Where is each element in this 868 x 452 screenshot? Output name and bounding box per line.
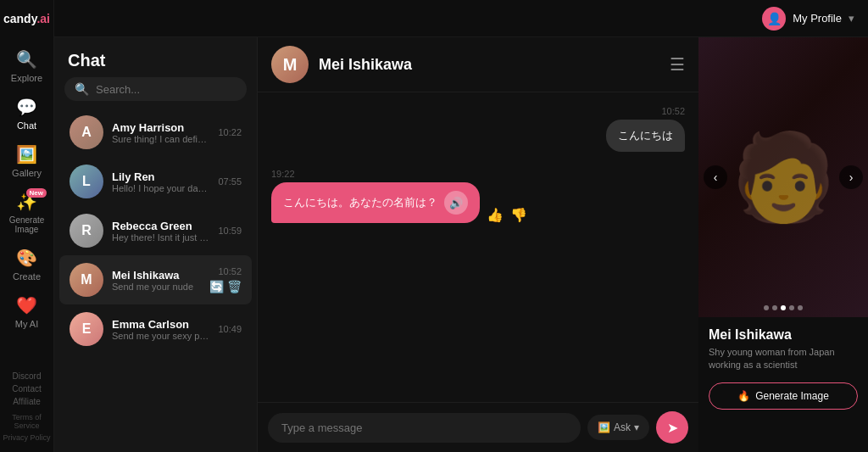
profile-image-area: 🧑 ‹ › (698, 37, 868, 317)
audio-play-button[interactable]: 🔊 (444, 191, 468, 215)
message-bubble-right: こんにちは (606, 120, 685, 152)
sidebar-item-label-chat: Chat (17, 120, 36, 131)
avatar: E (70, 312, 103, 346)
carousel-dot[interactable] (772, 305, 777, 310)
carousel-dots (764, 305, 803, 310)
sidebar-item-gallery[interactable]: 🖼️ Gallery (0, 137, 53, 185)
chat-messages: 10:52 こんにちは 19:22 こんにちは。あなたの名前は？ 🔊 👍 (258, 92, 698, 402)
profile-panel: 🧑 ‹ › Mei Ishikawa Shy young woman from … (698, 37, 868, 452)
chat-info: Rebecca Green Hey there! Isnt it just a … (112, 220, 209, 243)
carousel-dot-active[interactable] (781, 305, 786, 310)
sidebar-item-myai[interactable]: ❤️ My AI (0, 288, 53, 336)
sidebar-item-discord[interactable]: Discord (0, 370, 53, 382)
ask-button[interactable]: 🖼️ Ask ▾ (587, 415, 649, 440)
list-item[interactable]: E Emma Carlson Send me your sexy photo 1… (59, 304, 252, 354)
carousel-dot[interactable] (764, 305, 769, 310)
app-logo: candy.ai (0, 8, 53, 29)
profile-menu-label: My Profile (793, 12, 842, 25)
sidebar-item-chat[interactable]: 💬 Chat (0, 90, 53, 137)
sidebar-item-label-explore: Explore (11, 73, 42, 83)
chat-input-row: 🖼️ Ask ▾ ➤ (258, 402, 698, 452)
contact-label: Contact (12, 384, 41, 393)
message-actions: 👍 👎 (487, 207, 527, 223)
chat-name: Emma Carlson (112, 318, 209, 331)
chat-time: 10:59 (218, 226, 242, 236)
ask-label: Ask (614, 421, 631, 433)
discord-label: Discord (13, 371, 42, 381)
refresh-icon[interactable]: 🔄 (209, 280, 224, 293)
chat-main: M Mei Ishikawa ☰ 10:52 こんにちは 19:22 こんにち (258, 37, 698, 452)
chat-list-panel: Chat 🔍 A Amy Harrison Sure thing! I can … (54, 37, 258, 452)
chat-name: Lily Ren (112, 170, 209, 183)
message-text: こんにちは。あなたの名前は？ (283, 195, 437, 210)
chat-name: Mei Ishikawa (112, 269, 201, 282)
avatar: A (70, 115, 103, 149)
avatar: R (70, 214, 103, 248)
generate-image-button[interactable]: 🔥 Generate Image (709, 382, 858, 410)
chat-contact-name: Mei Ishikawa (319, 56, 659, 74)
sidebar-item-label-generate: Generate Image (3, 215, 50, 234)
sidebar-item-explore[interactable]: 🔍 Explore (0, 42, 53, 90)
carousel-prev-button[interactable]: ‹ (704, 165, 727, 189)
chat-time: 10:22 (218, 127, 242, 137)
send-button[interactable]: ➤ (656, 411, 688, 444)
chat-header-avatar: M (271, 46, 309, 83)
top-header: 👤 My Profile ▾ (54, 0, 868, 37)
chat-preview: Sure thing! I can definitel... (112, 134, 209, 144)
chat-list-header: Chat (54, 37, 257, 77)
chevron-down-icon: ▾ (634, 421, 639, 433)
sidebar-item-label-create: Create (13, 271, 41, 282)
content-inner: Chat 🔍 A Amy Harrison Sure thing! I can … (54, 37, 868, 452)
list-item[interactable]: R Rebecca Green Hey there! Isnt it just … (59, 206, 252, 255)
chat-preview: Send me your nude (112, 282, 201, 292)
list-item[interactable]: M Mei Ishikawa Send me your nude 10:52 🔄… (59, 255, 252, 304)
list-item[interactable]: L Lily Ren Hello! I hope your day is g..… (59, 157, 252, 206)
chat-info: Mei Ishikawa Send me your nude (112, 269, 201, 292)
gallery-icon: 🖼️ (16, 144, 37, 165)
sidebar-item-contact[interactable]: Contact (0, 382, 53, 395)
chat-name: Rebecca Green (112, 220, 209, 232)
profile-menu-button[interactable]: 👤 My Profile ▾ (762, 7, 854, 31)
footer-links: Terms of Service Privacy Policy (0, 411, 53, 444)
sidebar-item-affiliate[interactable]: Affiliate (0, 395, 53, 408)
chat-preview: Hello! I hope your day is g... (112, 183, 209, 193)
chat-info: Emma Carlson Send me your sexy photo (112, 318, 209, 341)
sidebar-item-create[interactable]: 🎨 Create (0, 241, 53, 288)
privacy-link[interactable]: Privacy Policy (1, 432, 52, 444)
thumbs-up-button[interactable]: 👍 (487, 207, 504, 223)
carousel-dot[interactable] (798, 305, 803, 310)
chevron-down-icon: ▾ (849, 12, 854, 25)
new-badge: New (26, 188, 47, 198)
explore-icon: 🔍 (16, 49, 37, 70)
generate-image-label: Generate Image (755, 390, 829, 402)
profile-description: Shy young woman from Japan working as a … (709, 346, 858, 372)
chat-header: M Mei Ishikawa ☰ (258, 37, 698, 92)
message-row: こんにちは。あなたの名前は？ 🔊 👍 👎 (271, 182, 685, 223)
carousel-dot[interactable] (789, 305, 794, 310)
carousel-next-button[interactable]: › (839, 165, 863, 189)
flame-icon: 🔥 (737, 390, 750, 402)
delete-icon[interactable]: 🗑️ (227, 280, 242, 293)
content-area: 👤 My Profile ▾ Chat 🔍 A (54, 37, 868, 452)
sidebar-item-generate[interactable]: New ✨ Generate Image (0, 185, 53, 241)
message-input[interactable] (268, 413, 581, 443)
search-input[interactable] (96, 83, 236, 96)
profile-figure-icon: 🧑 (731, 127, 837, 227)
chat-time: 10:49 (218, 324, 242, 334)
chat-name: Amy Harrison (112, 121, 209, 134)
avatar: M (70, 263, 103, 297)
message-timestamp: 19:22 (271, 169, 685, 179)
chat-info: Amy Harrison Sure thing! I can definitel… (112, 121, 209, 144)
search-box: 🔍 (64, 77, 247, 101)
profile-info: Mei Ishikawa Shy young woman from Japan … (698, 317, 868, 452)
chat-time: 07:55 (218, 176, 242, 187)
sidebar-item-label-myai: My AI (15, 319, 39, 329)
menu-icon[interactable]: ☰ (670, 54, 685, 75)
chat-icon: 💬 (16, 97, 37, 117)
terms-link[interactable]: Terms of Service (0, 411, 53, 432)
chat-info: Lily Ren Hello! I hope your day is g... (112, 170, 209, 193)
list-item[interactable]: A Amy Harrison Sure thing! I can definit… (59, 108, 252, 157)
profile-avatar-icon: 👤 (762, 7, 786, 31)
thumbs-down-button[interactable]: 👎 (510, 207, 527, 223)
myai-icon: ❤️ (16, 295, 37, 315)
